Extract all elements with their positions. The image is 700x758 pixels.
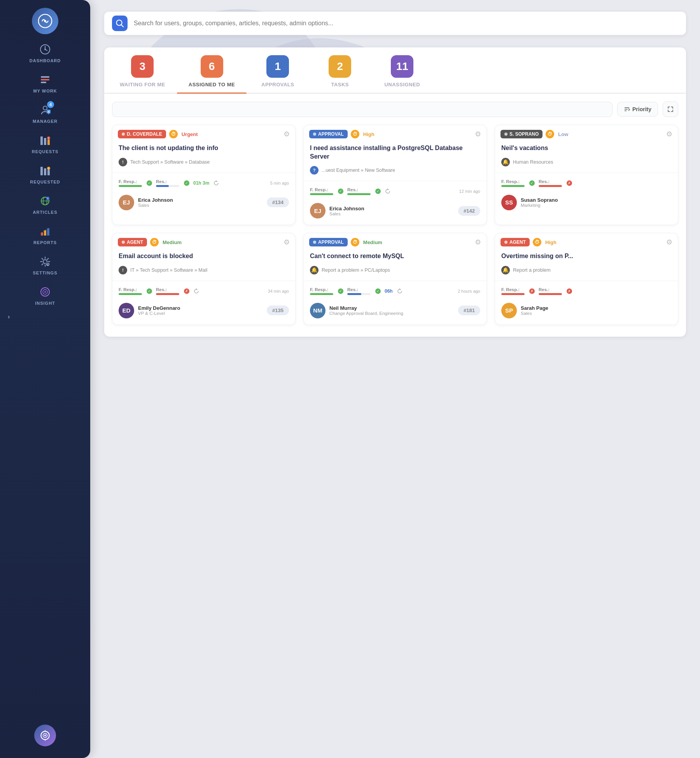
ticket-card-1: D. COVERDALE ⏱ Urgent ⚙ The client is no… — [112, 125, 296, 225]
expand-icon — [667, 106, 674, 112]
card4-gear-icon[interactable]: ⚙ — [284, 238, 290, 246]
sidebar-label-settings: SETTINGS — [33, 271, 57, 275]
tab-assigned[interactable]: 6 ASSIGNED TO ME — [177, 47, 247, 93]
card5-refresh-icon — [397, 288, 403, 294]
card5-res-label: Res.: — [347, 287, 371, 292]
tab-tasks-badge: 2 — [329, 55, 351, 78]
sidebar-item-articles[interactable]: i ARTICLES — [0, 188, 90, 218]
card6-f-resp-check: ✗ — [529, 288, 535, 294]
svg-point-3 — [44, 49, 46, 50]
card6-header: AGENT ⏱ High ⚙ — [495, 233, 678, 250]
card4-cat-icon: ! — [119, 266, 127, 274]
card2-footer: EJ Erica Johnson Sales #142 — [304, 199, 486, 218]
card3-f-resp-label: F. Resp.: — [501, 179, 525, 184]
svg-rect-15 — [40, 167, 43, 175]
sidebar-item-reports[interactable]: REPORTS — [0, 218, 90, 249]
card4-res-check: ✗ — [184, 288, 189, 294]
card2-clock-icon: ⏱ — [351, 130, 359, 138]
card4-res-label: Res.: — [156, 287, 179, 292]
card1-res-time: 01h 3m — [193, 180, 209, 186]
card2-cat-icon: ? — [310, 166, 318, 175]
tab-approvals-label: APPROVALS — [261, 82, 294, 87]
card5-tag-dot — [313, 241, 316, 244]
tab-tasks[interactable]: 2 TASKS — [309, 47, 371, 93]
tab-approvals[interactable]: 1 APPROVALS — [247, 47, 309, 93]
card5-cat-text: Report a problem » PC/Laptops — [322, 267, 390, 273]
card1-avatar: EJ — [119, 195, 134, 210]
svg-point-32 — [44, 291, 46, 293]
svg-point-1 — [44, 20, 46, 22]
expand-button[interactable] — [663, 101, 678, 117]
card3-avatar: SS — [501, 195, 517, 210]
card6-cat-text: Report a problem — [513, 267, 551, 273]
sort-button[interactable]: Priority — [617, 102, 658, 117]
card4-f-resp-check: ✓ — [147, 288, 152, 294]
reports-icon — [38, 224, 52, 239]
tab-waiting[interactable]: 3 WAITING FOR ME — [108, 47, 177, 93]
card2-priority: High — [363, 131, 374, 137]
card2-person-name: Erica Johnson — [329, 206, 454, 211]
card5-person-role: Change Approval Board, Engineering — [329, 311, 454, 316]
card5-priority: Medium — [363, 239, 382, 245]
card1-metrics: F. Resp.: ✓ Res.: ✓ — [112, 176, 295, 191]
sidebar-label-mywork: MY WORK — [33, 89, 57, 93]
card3-person-name: Susan Soprano — [521, 197, 672, 203]
card1-gear-icon[interactable]: ⚙ — [284, 130, 290, 138]
card2-f-resp: F. Resp.: — [310, 187, 333, 195]
search-input[interactable] — [134, 20, 678, 27]
svg-rect-4 — [41, 76, 49, 78]
cards-area: Priority D. COVERDALE — [104, 94, 686, 337]
tab-unassigned[interactable]: 11 UNASSIGNED — [371, 47, 433, 93]
card3-res-fill — [539, 185, 562, 187]
svg-rect-12 — [47, 140, 50, 145]
card2-person-role: Sales — [329, 211, 454, 216]
card3-f-resp-bar — [501, 185, 525, 187]
card2-f-resp-fill — [310, 193, 333, 195]
card1-f-resp-label: F. Resp.: — [119, 179, 142, 184]
svg-rect-10 — [40, 136, 43, 145]
search-icon-wrap[interactable] — [112, 16, 128, 31]
svg-text:!: ! — [48, 167, 49, 170]
card4-f-resp-fill — [119, 293, 142, 295]
card3-gear-icon[interactable]: ⚙ — [666, 130, 672, 138]
card1-res: Res.: — [156, 179, 179, 187]
card6-gear-icon[interactable]: ⚙ — [666, 238, 672, 246]
svg-line-39 — [121, 25, 124, 27]
card5-gear-icon[interactable]: ⚙ — [475, 238, 481, 246]
cards-search-input[interactable] — [112, 102, 612, 117]
card2-tag: APPROVAL — [309, 130, 348, 138]
card3-res-label: Res.: — [539, 179, 562, 184]
card5-f-resp: F. Resp.: — [310, 287, 333, 295]
card6-person-info: Sarah Page Sales — [521, 305, 672, 316]
card6-f-resp: F. Resp.: — [501, 287, 525, 295]
sidebar-label-requests: REQUESTS — [32, 149, 59, 154]
card5-tag: APPROVAL — [309, 238, 348, 246]
card5-res-fill — [347, 293, 361, 295]
sidebar-item-dashboard[interactable]: DASHBOARD — [0, 37, 90, 67]
card3-tag-label: S. SOPRANO — [509, 131, 539, 137]
sidebar-item-settings[interactable]: SETTINGS — [0, 249, 90, 279]
sidebar-item-insight[interactable]: INSIGHT — [0, 279, 90, 309]
card3-person-role: Marketing — [521, 203, 672, 208]
sidebar-item-requests[interactable]: ! REQUESTS — [0, 127, 90, 158]
card2-gear-icon[interactable]: ⚙ — [475, 130, 481, 138]
card6-person-name: Sarah Page — [521, 305, 672, 311]
insight-expand-btn[interactable]: › — [0, 309, 90, 324]
card5-category: 🔔 Report a problem » PC/Laptops — [304, 264, 486, 278]
card2-title: I need assistance installing a PostgreSQ… — [304, 142, 486, 164]
sidebar-item-requested[interactable]: ! REQUESTED — [0, 158, 90, 188]
card4-person-name: Emily DeGennaro — [138, 305, 263, 311]
sort-label: Priority — [632, 106, 651, 112]
card5-title: Can't connect to remote MySQL — [304, 250, 486, 264]
card6-res-bar — [539, 293, 562, 295]
card1-person-role: Sales — [138, 203, 263, 208]
card4-tag: AGENT — [118, 238, 147, 246]
card3-clock-icon: ⏱ — [546, 130, 554, 138]
sidebar-item-mywork[interactable]: MY WORK — [0, 67, 90, 97]
svg-rect-16 — [44, 168, 46, 175]
card6-f-resp-bar — [501, 293, 525, 295]
card4-res-bar — [156, 293, 179, 295]
sidebar-item-manager[interactable]: 4 4 MANAGER — [0, 97, 90, 127]
card5-person-info: Neil Murray Change Approval Board, Engin… — [329, 305, 454, 316]
card5-res: Res.: — [347, 287, 371, 295]
